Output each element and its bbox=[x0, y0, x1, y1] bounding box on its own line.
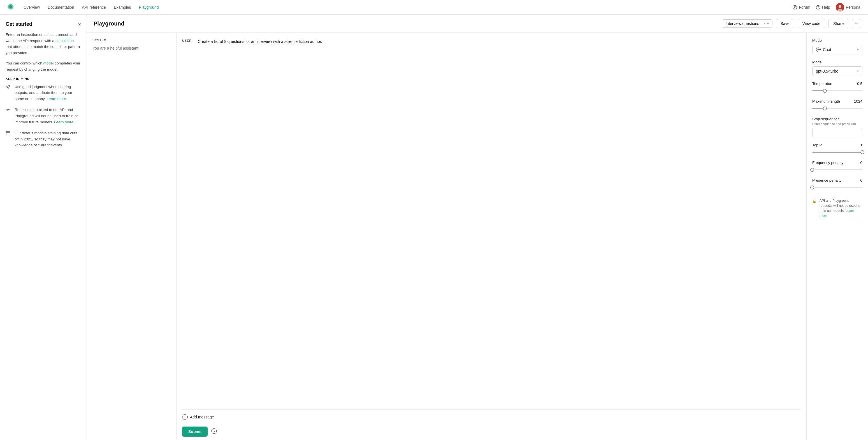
stop-sequences-label: Stop sequences bbox=[812, 117, 862, 121]
top-p-thumb[interactable] bbox=[861, 150, 864, 154]
freq-penalty-thumb[interactable] bbox=[810, 168, 814, 172]
sidebar-header: Get started × bbox=[6, 21, 81, 27]
personal-menu[interactable]: Personal bbox=[836, 3, 861, 11]
playground-body: SYSTEM USER Create a list of 8 questions… bbox=[87, 33, 868, 440]
help-icon bbox=[816, 5, 820, 9]
preset-name: Interview questions bbox=[726, 21, 761, 26]
temperature-setting: Temperature 0.5 bbox=[812, 82, 862, 94]
freq-penalty-label: Frequency penalty bbox=[812, 160, 843, 165]
user-message-content[interactable]: Create a list of 8 questions for an inte… bbox=[198, 38, 801, 45]
temperature-thumb[interactable] bbox=[823, 89, 827, 93]
presence-penalty-slider[interactable] bbox=[812, 185, 862, 190]
system-input[interactable] bbox=[92, 45, 170, 434]
top-p-label: Top P bbox=[812, 143, 822, 147]
lock-icon: 🔒 bbox=[812, 199, 817, 218]
preset-actions: × ▾ bbox=[763, 21, 769, 26]
share-button[interactable]: Share bbox=[829, 19, 848, 28]
stop-sequences-hint: Enter sequence and press Tab bbox=[812, 122, 862, 125]
history-button[interactable] bbox=[211, 428, 217, 436]
model-select[interactable]: gpt-3.5-turbo ▾ bbox=[812, 66, 862, 76]
privacy-note-text: API and Playground requests will not be … bbox=[819, 199, 860, 213]
sidebar-item-cutoff: Our default models' training data cuts o… bbox=[6, 130, 81, 148]
calendar-icon bbox=[6, 130, 11, 148]
keep-in-mind-title: KEEP IN MIND bbox=[6, 77, 81, 81]
max-length-label: Maximum length bbox=[812, 99, 840, 104]
chat-icon: 💬 bbox=[816, 47, 820, 52]
mode-chevron-icon: ▾ bbox=[857, 48, 859, 52]
submit-button[interactable]: Submit bbox=[182, 427, 208, 437]
system-label: SYSTEM bbox=[92, 38, 170, 42]
max-length-setting: Maximum length 1024 bbox=[812, 99, 862, 111]
forum-icon bbox=[793, 5, 797, 9]
mode-value: Chat bbox=[823, 47, 831, 52]
freq-penalty-slider[interactable] bbox=[812, 167, 862, 173]
main-layout: Get started × Enter an instruction or se… bbox=[0, 14, 868, 440]
completion-link[interactable]: completion bbox=[56, 39, 74, 43]
nav-overview[interactable]: Overview bbox=[24, 5, 40, 9]
page-title: Playground bbox=[94, 21, 124, 27]
max-length-thumb[interactable] bbox=[823, 107, 827, 110]
system-panel: SYSTEM bbox=[87, 33, 177, 440]
forum-link[interactable]: Forum bbox=[793, 5, 810, 9]
nav-examples[interactable]: Examples bbox=[114, 5, 131, 9]
playground-header: Playground Interview questions × ▾ Save … bbox=[87, 14, 868, 33]
chat-panel: USER Create a list of 8 questions for an… bbox=[177, 33, 806, 440]
help-link[interactable]: Help bbox=[816, 5, 830, 9]
presence-penalty-value: 0 bbox=[860, 178, 862, 182]
preset-clear-button[interactable]: × bbox=[763, 21, 766, 26]
model-label: Model bbox=[812, 60, 862, 64]
chat-footer: Submit bbox=[177, 423, 806, 440]
sidebar-item-requests: Requests submitted to our API and Playgr… bbox=[6, 107, 81, 125]
logo[interactable] bbox=[7, 3, 16, 11]
nav-api-reference[interactable]: API reference bbox=[82, 5, 106, 9]
presence-penalty-label: Presence penalty bbox=[812, 178, 841, 182]
more-button[interactable]: ··· bbox=[852, 19, 861, 28]
topnav: Overview Documentation API reference Exa… bbox=[0, 0, 868, 14]
learn-more-link-2[interactable]: Learn more. bbox=[54, 120, 74, 124]
save-button[interactable]: Save bbox=[776, 19, 794, 28]
add-message-label: Add message bbox=[190, 415, 214, 419]
send-icon bbox=[6, 84, 11, 102]
model-value: gpt-3.5-turbo bbox=[816, 69, 838, 74]
preset-selector[interactable]: Interview questions × ▾ bbox=[722, 19, 772, 28]
presence-penalty-thumb[interactable] bbox=[810, 185, 814, 189]
content-area: Playground Interview questions × ▾ Save … bbox=[87, 14, 868, 440]
top-p-slider[interactable] bbox=[812, 149, 862, 155]
svg-point-3 bbox=[818, 8, 818, 8]
user-message-row: USER Create a list of 8 questions for an… bbox=[182, 38, 801, 45]
sidebar-intro: Enter an instruction or select a preset,… bbox=[6, 32, 81, 56]
nav-playground[interactable]: Playground bbox=[139, 5, 159, 9]
stop-sequences-setting: Stop sequences Enter sequence and press … bbox=[812, 117, 862, 137]
mode-select[interactable]: 💬 Chat ▾ bbox=[812, 45, 862, 54]
view-code-button[interactable]: View code bbox=[798, 19, 825, 28]
temperature-slider[interactable] bbox=[812, 88, 862, 94]
top-p-value: 1 bbox=[860, 143, 862, 147]
freq-penalty-setting: Frequency penalty 0 bbox=[812, 160, 862, 173]
sidebar-item-judgment: Use good judgment when sharing outputs, … bbox=[6, 84, 81, 102]
max-length-slider[interactable] bbox=[812, 106, 862, 111]
sidebar-item-text-cutoff: Our default models' training data cuts o… bbox=[14, 130, 81, 148]
panels-row: SYSTEM USER Create a list of 8 questions… bbox=[87, 33, 806, 440]
presence-penalty-setting: Presence penalty 0 bbox=[812, 178, 862, 190]
svg-point-5 bbox=[839, 5, 841, 8]
close-sidebar-button[interactable]: × bbox=[78, 22, 81, 27]
model-link[interactable]: model bbox=[43, 61, 54, 65]
nav-documentation[interactable]: Documentation bbox=[48, 5, 74, 9]
avatar bbox=[836, 3, 844, 11]
learn-more-link-1[interactable]: Learn more. bbox=[47, 97, 67, 101]
stop-sequences-input[interactable] bbox=[812, 128, 862, 137]
user-role-label: USER bbox=[182, 39, 193, 42]
history-icon bbox=[211, 428, 217, 434]
freq-penalty-value: 0 bbox=[860, 160, 862, 165]
privacy-note: 🔒 API and Playground requests will not b… bbox=[812, 198, 862, 218]
topnav-right: Forum Help Personal bbox=[793, 3, 861, 11]
sidebar: Get started × Enter an instruction or se… bbox=[0, 14, 87, 440]
message-divider bbox=[182, 409, 801, 410]
model-setting: Model gpt-3.5-turbo ▾ bbox=[812, 60, 862, 76]
chevron-down-icon[interactable]: ▾ bbox=[767, 22, 769, 26]
activity-icon bbox=[6, 107, 11, 125]
add-message-button[interactable]: + Add message bbox=[177, 411, 806, 423]
sidebar-title: Get started bbox=[6, 21, 32, 27]
settings-panel: Mode 💬 Chat ▾ Model gpt-3.5-turbo ▾ bbox=[806, 33, 868, 440]
mode-setting: Mode 💬 Chat ▾ bbox=[812, 38, 862, 54]
